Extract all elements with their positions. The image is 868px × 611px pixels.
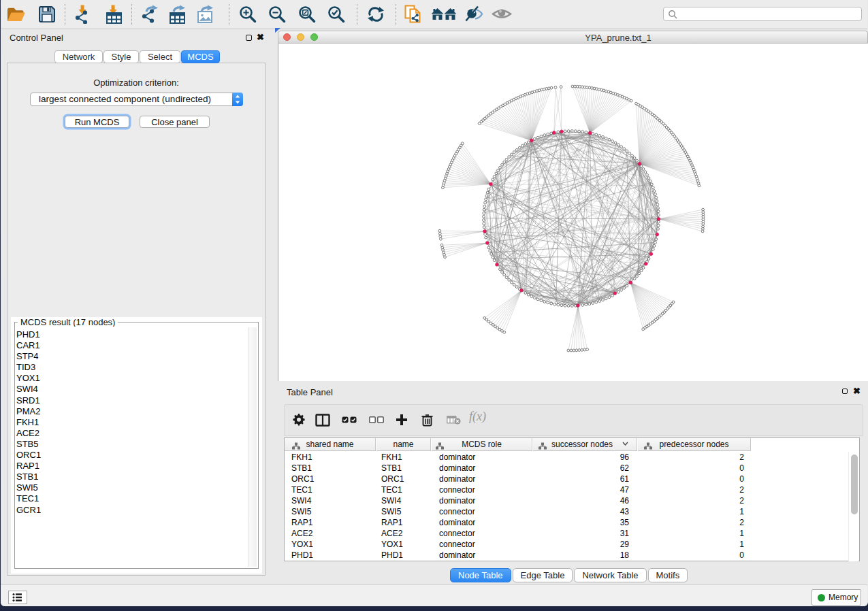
svg-text:f(x): f(x) (469, 410, 486, 424)
